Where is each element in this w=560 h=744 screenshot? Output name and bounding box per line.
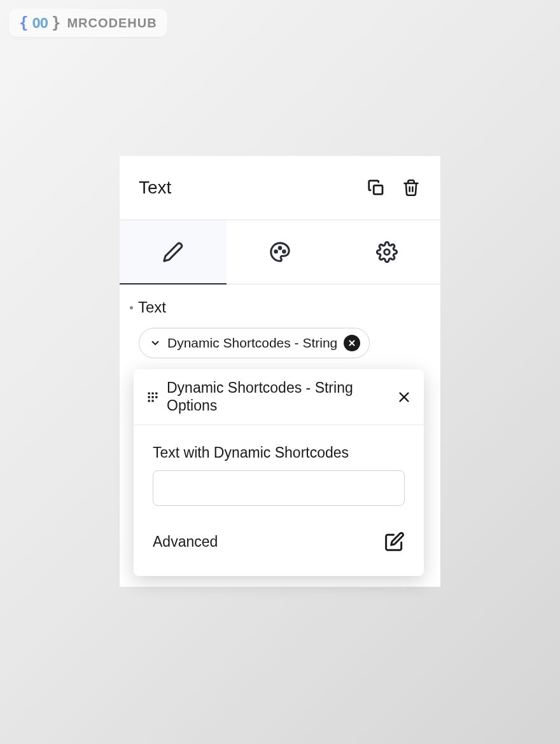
svg-rect-9 (148, 392, 150, 394)
grid-icon (146, 391, 159, 404)
field-label: Text with Dynamic Shortcodes (153, 444, 405, 461)
advanced-toggle[interactable]: Advanced (153, 533, 218, 551)
brace-left-icon: { (19, 14, 28, 32)
section-label-row: Text (130, 298, 421, 316)
svg-rect-11 (155, 392, 157, 394)
chip-remove-button[interactable] (344, 335, 360, 351)
popover-close-button[interactable] (397, 390, 411, 404)
brace-right-icon: } (52, 14, 60, 32)
tab-content[interactable] (120, 220, 227, 284)
logo-oo: OO (32, 15, 48, 31)
svg-rect-13 (151, 396, 153, 398)
watermark-text: MRCODEHUB (67, 16, 157, 31)
svg-rect-0 (374, 185, 382, 194)
palette-icon (269, 241, 291, 263)
close-icon (347, 339, 356, 347)
edit-icon (384, 531, 405, 552)
svg-rect-15 (148, 400, 150, 402)
tab-style[interactable] (227, 220, 333, 284)
panel-header: Text (120, 156, 440, 220)
svg-point-3 (275, 251, 277, 253)
svg-rect-12 (148, 396, 150, 398)
bullet-icon (130, 306, 133, 309)
section-text: Text Dynamic Shortcodes - String (120, 284, 440, 358)
tab-advanced[interactable] (333, 220, 440, 284)
svg-rect-14 (155, 396, 157, 398)
popover-footer: Advanced (134, 519, 424, 576)
copy-icon (367, 178, 386, 197)
panel-title: Text (139, 178, 171, 198)
delete-button[interactable] (402, 178, 420, 197)
trash-icon (402, 178, 420, 197)
section-label: Text (138, 298, 166, 316)
tabs (120, 220, 440, 284)
pencil-icon (162, 241, 184, 263)
panel-actions (367, 178, 420, 197)
edit-button[interactable] (384, 531, 405, 552)
popover-title: Dynamic Shortcodes - String Options (167, 379, 389, 414)
svg-point-5 (283, 251, 285, 253)
chevron-down-icon (150, 337, 161, 349)
popover-body: Text with Dynamic Shortcodes (134, 425, 424, 519)
dynamic-shortcode-chip[interactable]: Dynamic Shortcodes - String (139, 328, 370, 358)
svg-point-6 (384, 249, 390, 255)
gear-icon (376, 241, 398, 263)
close-icon (397, 390, 411, 404)
watermark-badge: { OO } MRCODEHUB (9, 9, 167, 37)
svg-point-4 (279, 247, 281, 249)
svg-rect-16 (151, 400, 153, 402)
shortcode-text-input[interactable] (153, 470, 405, 506)
options-popover: Dynamic Shortcodes - String Options Text… (134, 369, 424, 576)
duplicate-button[interactable] (367, 178, 386, 197)
popover-header: Dynamic Shortcodes - String Options (134, 369, 424, 425)
svg-rect-10 (151, 392, 153, 394)
chip-label: Dynamic Shortcodes - String (167, 335, 337, 351)
